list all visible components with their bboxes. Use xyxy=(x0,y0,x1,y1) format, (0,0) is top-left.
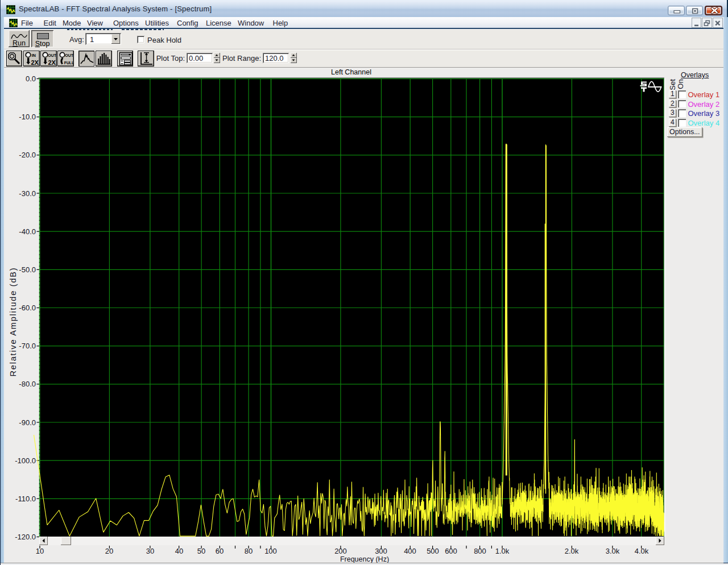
svg-text:IN: IN xyxy=(32,53,36,58)
svg-text:2X: 2X xyxy=(48,59,56,66)
svg-text:FULL: FULL xyxy=(64,61,74,65)
svg-text:OUT: OUT xyxy=(65,53,74,57)
svg-text:OUT: OUT xyxy=(48,53,57,57)
svg-text:2X: 2X xyxy=(31,59,39,66)
